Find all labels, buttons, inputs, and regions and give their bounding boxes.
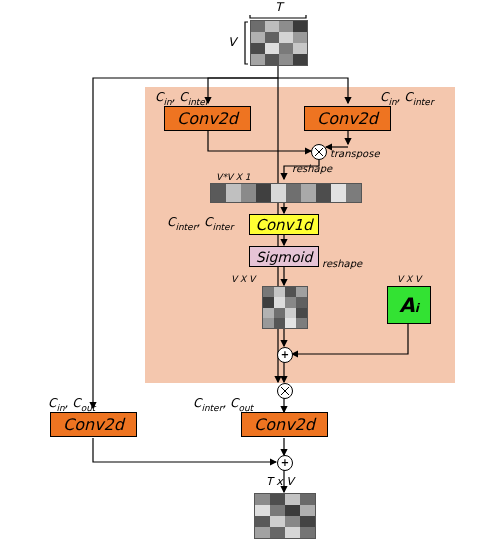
conv2d-left: Conv2d	[164, 106, 251, 131]
conv2d-out: Conv2d	[241, 412, 328, 437]
feature-map-out	[254, 493, 316, 539]
oplus-1	[277, 347, 293, 363]
label-vxv-left: V X V	[231, 274, 255, 284]
otimes-2	[277, 383, 293, 399]
label-cinter-cinter: Cinter, Cinter	[167, 215, 233, 231]
label-reshape-1: reshape	[292, 163, 332, 174]
label-reshape-2: reshape	[322, 258, 362, 269]
label-transpose: transpose	[330, 148, 380, 159]
shaded-region	[145, 87, 455, 383]
conv2d-right: Conv2d	[304, 106, 391, 131]
conv2d-skip: Conv2d	[50, 412, 137, 437]
Ai-matrix: Ai	[387, 286, 431, 324]
label-cin-cinter-left: Cin, Cinter	[155, 90, 209, 106]
label-vxv-right: V X V	[397, 274, 421, 284]
feature-map-top	[250, 20, 308, 66]
label-cinter-cout: Cinter, Cout	[193, 396, 253, 412]
attention-unit-diagram: T V Cin, Cinter Cin, Cinter Conv2d Conv2…	[0, 0, 502, 552]
label-vvx1: V*V X 1	[216, 172, 250, 182]
dim-T: T	[275, 0, 282, 14]
label-txv: T x V	[266, 475, 294, 488]
oplus-2	[277, 455, 293, 471]
conv1d: Conv1d	[249, 214, 319, 235]
label-cin-cinter-right: Cin, Cinter	[380, 90, 434, 106]
otimes-1	[311, 144, 327, 160]
sigmoid: Sigmoid	[249, 246, 319, 267]
label-cin-cout: Cin, Cout	[48, 396, 95, 412]
dim-V: V	[228, 35, 236, 49]
feature-vxv	[262, 286, 308, 329]
feature-flat	[210, 183, 362, 203]
